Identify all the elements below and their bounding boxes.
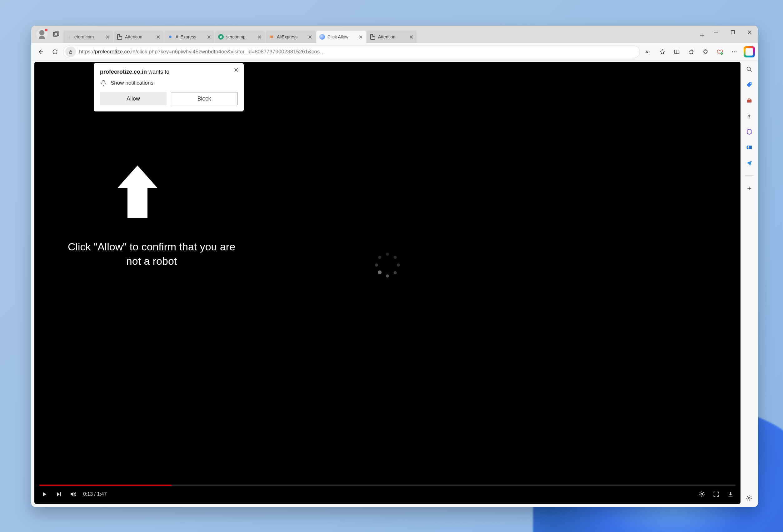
browser-window: //etoro.comAttentionAliExpresseserconmp.… [31, 26, 758, 507]
sidebar-shopping-button[interactable] [745, 80, 754, 89]
tab-title: serconmp. [226, 34, 254, 39]
download-button[interactable] [726, 490, 735, 499]
address-bar[interactable]: https://profecrotize.co.in/click.php?key… [63, 45, 640, 58]
split-screen-button[interactable] [670, 45, 683, 58]
sidebar-m365-button[interactable] [745, 127, 754, 136]
tab-close-button[interactable] [155, 34, 161, 40]
svg-point-7 [705, 49, 706, 50]
more-icon [731, 49, 738, 55]
extensions-icon [702, 49, 709, 55]
search-icon [746, 66, 753, 73]
back-arrow-icon [37, 48, 44, 55]
close-icon [747, 30, 752, 34]
tab-favicon [269, 34, 274, 40]
shopping-tag-icon [746, 81, 753, 88]
tab-favicon [117, 34, 123, 40]
refresh-button[interactable] [49, 45, 61, 58]
star-icon [659, 49, 665, 55]
collections-button[interactable] [685, 45, 697, 58]
sidebar-search-button[interactable] [745, 65, 754, 74]
site-info-button[interactable] [65, 46, 76, 57]
settings-button[interactable] [697, 490, 706, 499]
gear-icon [746, 495, 753, 502]
page-viewport: Click "Allow" to confirm that you are no… [34, 62, 741, 504]
minimize-button[interactable] [708, 26, 724, 39]
tab-0[interactable]: //etoro.com [63, 31, 113, 43]
tab-favicon [167, 34, 173, 40]
favorite-button[interactable] [656, 45, 669, 58]
toolbox-icon [746, 97, 753, 104]
loading-spinner [375, 253, 400, 277]
tab-close-button[interactable] [206, 34, 212, 40]
tab-3[interactable]: eserconmp. [215, 31, 265, 43]
tab-1[interactable]: Attention [114, 31, 164, 43]
copilot-button[interactable] [744, 46, 755, 58]
svg-point-9 [732, 51, 733, 52]
url-text: https://profecrotize.co.in/click.php?key… [76, 49, 638, 55]
svg-rect-2 [731, 31, 734, 34]
close-window-button[interactable] [741, 26, 758, 39]
tab-favicon [319, 34, 325, 40]
sidebar-games-button[interactable] [745, 112, 754, 121]
more-button[interactable] [728, 45, 741, 58]
maximize-button[interactable] [724, 26, 741, 39]
page-instruction-text: Click "Allow" to confirm that you are no… [66, 240, 238, 268]
url-scheme: https:// [79, 49, 95, 55]
extensions-button[interactable] [699, 45, 712, 58]
sidebar-settings-button[interactable] [745, 494, 754, 503]
tab-close-button[interactable] [104, 34, 111, 40]
tab-6[interactable]: Attention [367, 31, 417, 43]
workspaces-icon [53, 31, 59, 38]
new-tab-button[interactable] [697, 30, 708, 41]
tab-close-button[interactable] [357, 34, 364, 40]
allow-button[interactable]: Allow [100, 92, 166, 105]
tab-title: etoro.com [74, 34, 102, 39]
titlebar: //etoro.comAttentionAliExpresseserconmp.… [31, 26, 758, 43]
svg-point-11 [735, 51, 737, 52]
back-button[interactable] [34, 45, 47, 58]
svg-point-10 [734, 51, 735, 52]
play-icon [41, 491, 48, 498]
tab-favicon [370, 34, 376, 40]
chess-icon [746, 113, 753, 120]
tab-close-button[interactable] [256, 34, 262, 40]
browser-essentials-button[interactable] [714, 45, 726, 58]
fullscreen-button[interactable] [712, 490, 721, 499]
toolbar: https://profecrotize.co.in/click.php?key… [31, 43, 758, 61]
tab-2[interactable]: AliExpress [164, 31, 214, 43]
block-button[interactable]: Block [171, 92, 238, 105]
volume-button[interactable] [69, 490, 77, 499]
svg-point-14 [750, 84, 751, 84]
sidebar-outlook-button[interactable] [745, 143, 754, 152]
next-button[interactable] [54, 490, 63, 499]
maximize-icon [731, 30, 735, 34]
tab-close-button[interactable] [408, 34, 414, 40]
plus-icon [699, 32, 705, 38]
tab-close-button[interactable] [307, 34, 313, 40]
read-aloud-button[interactable]: A [642, 45, 654, 58]
profile-status-dot [44, 28, 48, 32]
download-icon [727, 491, 734, 498]
tab-favicon: // [66, 34, 72, 40]
outlook-icon [746, 144, 753, 151]
sidebar-send-button[interactable] [745, 159, 754, 167]
minimize-icon [714, 30, 718, 34]
svg-point-12 [701, 493, 703, 495]
split-screen-icon [674, 49, 680, 55]
tab-4[interactable]: AliExpress [265, 31, 316, 43]
tab-5[interactable]: Click Allow [316, 31, 366, 43]
sidebar-add-button[interactable]: ＋ [745, 184, 754, 193]
profile-button[interactable] [36, 29, 48, 40]
sidebar-divider [745, 175, 754, 176]
tab-title: Click Allow [327, 34, 355, 39]
tab-actions-button[interactable] [51, 29, 61, 40]
lock-icon [68, 49, 73, 54]
sidebar-tools-button[interactable] [745, 96, 754, 105]
svg-text:A: A [646, 49, 648, 54]
play-button[interactable] [40, 490, 49, 499]
send-icon [746, 160, 753, 166]
fullscreen-icon [713, 491, 720, 498]
microsoft-365-icon [746, 128, 753, 135]
popup-close-button[interactable] [232, 66, 241, 74]
svg-point-19 [748, 497, 750, 499]
